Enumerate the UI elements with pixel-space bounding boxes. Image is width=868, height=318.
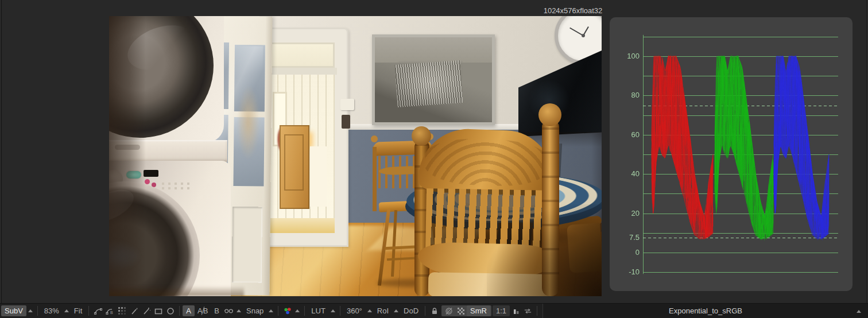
rectangle-tool-icon[interactable] (153, 306, 163, 316)
smooth-resize-button[interactable]: SmR (467, 305, 490, 316)
scope-tick-label: 0 (610, 248, 640, 257)
machine-floor-shadow (109, 286, 244, 296)
washer-button-row (162, 183, 193, 185)
white-appliance (310, 146, 327, 207)
toolbar-separator (304, 306, 305, 316)
doorway-crossbar (267, 68, 337, 75)
front-chair-knob (538, 103, 561, 126)
scope-tick-label: 40 (610, 169, 640, 178)
buffer-a-button[interactable]: A (183, 305, 195, 316)
pano-360-button[interactable]: 360° (343, 305, 366, 316)
toolbar-separator (88, 306, 89, 316)
doorway-sill (269, 218, 335, 233)
checker-underlay-icon[interactable] (456, 306, 466, 316)
scope-tick-label: 80 (610, 91, 640, 99)
fit-button[interactable]: Fit (71, 305, 86, 316)
left-panel-divider (1, 0, 2, 303)
scope-tick-label: -10 (610, 267, 640, 276)
normalize-levels-icon[interactable] (511, 306, 521, 316)
toolbar-separator (340, 306, 340, 316)
clock-hub (582, 34, 585, 37)
snap-menu-arrow-icon[interactable] (269, 309, 273, 312)
door-lower-panel (232, 207, 262, 283)
resolution-label: 1024x576xfloat32 (538, 6, 607, 15)
viewer-image[interactable] (109, 16, 602, 296)
pixel-grid-icon[interactable] (117, 306, 127, 316)
far-chair-post (373, 147, 377, 211)
front-chair-woodgrain (424, 137, 549, 187)
toolbar-separator (425, 306, 425, 316)
toolbar-separator (278, 306, 278, 316)
viewer-window: 1024x576xfloat32 (0, 0, 868, 318)
front-chair-knob (412, 126, 431, 146)
ellipse-tool-icon[interactable] (165, 306, 175, 316)
far-chair-knob (371, 135, 378, 142)
zoom-menu-arrow-icon[interactable] (64, 309, 69, 312)
dod-button[interactable]: DoD (400, 305, 422, 316)
viewer-toolbar: SubV 83% Fit B A AB B (0, 303, 868, 318)
right-panel-divider (866, 0, 867, 303)
paint-brush-icon[interactable] (129, 306, 139, 316)
transom-window (269, 42, 335, 68)
viewer-lut-selector[interactable]: Exponential_to_sRGB (542, 304, 868, 318)
waveform-scope-canvas (610, 17, 852, 291)
zoom-level-button[interactable]: 83% (41, 305, 63, 316)
corner-shadow (487, 204, 602, 296)
svg-text:B: B (110, 311, 113, 315)
color-channels-icon[interactable] (282, 306, 292, 316)
subview-menu-arrow-icon[interactable] (28, 309, 33, 312)
roi-button[interactable]: RoI (374, 305, 392, 316)
scope-tick-label: 20 (610, 209, 640, 218)
waveform-scope-panel[interactable]: 100806040207.50-10 (610, 17, 852, 291)
lock-icon[interactable] (429, 306, 439, 316)
swap-buffers-icon[interactable] (523, 306, 533, 316)
one-to-one-button[interactable]: 1:1 (493, 305, 510, 316)
stereo-glasses-icon[interactable] (224, 306, 234, 316)
lut-menu-arrow-icon[interactable] (331, 309, 335, 312)
buffer-b-button[interactable]: B (211, 305, 223, 316)
channels-menu-arrow-icon[interactable] (295, 309, 300, 312)
spline-icon[interactable] (93, 306, 103, 316)
light-switch (342, 115, 350, 129)
toolbar-separator (37, 306, 38, 316)
subview-button[interactable]: SubV (1, 305, 26, 316)
doorway-opening (269, 75, 335, 233)
viewer-lut-name: Exponential_to_sRGB (669, 307, 742, 315)
cabinet-panel (284, 134, 304, 191)
stereo-menu-arrow-icon[interactable] (237, 309, 241, 312)
roi-menu-arrow-icon[interactable] (394, 309, 398, 312)
thermostat (340, 99, 354, 110)
bspline-icon[interactable]: B (105, 306, 115, 316)
lut-selector-arrow-icon (857, 310, 861, 313)
scope-tick-label: 100 (610, 52, 640, 60)
scope-tick-label: 7.5 (610, 233, 640, 242)
pano-menu-arrow-icon[interactable] (367, 309, 372, 312)
lut-button[interactable]: LUT (308, 305, 329, 316)
machine-side-shadow (109, 16, 146, 296)
framed-city-photo (372, 34, 495, 125)
scope-tick-label: 60 (610, 130, 640, 139)
toolbar-separator (179, 306, 180, 316)
toolbar-separator (537, 306, 537, 316)
snap-button[interactable]: Snap (243, 305, 267, 316)
view-options-group: SmR (441, 305, 491, 316)
photo-skyline (394, 60, 463, 107)
show-controls-icon[interactable] (444, 306, 454, 316)
buffer-ab-split-button[interactable]: AB (195, 305, 211, 316)
washer-button-row (162, 187, 193, 189)
wand-icon[interactable] (141, 306, 151, 316)
wood-cabinet (280, 125, 309, 209)
